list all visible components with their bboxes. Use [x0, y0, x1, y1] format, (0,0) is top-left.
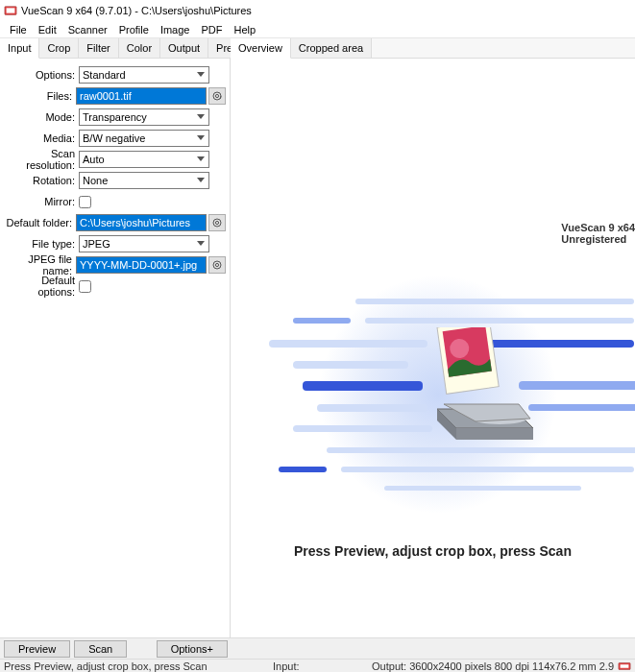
status-mid: Input:	[273, 660, 369, 672]
tab-filter[interactable]: Filter	[79, 38, 118, 58]
at-icon	[211, 90, 223, 102]
row-defaultfolder: Default folder:	[4, 212, 226, 233]
tab-output[interactable]: Output	[160, 38, 208, 58]
scanres-select[interactable]: Auto	[79, 151, 209, 168]
stripe	[384, 486, 581, 491]
status-right: Output: 3600x2400 pixels 800 dpi 114x76.…	[369, 660, 614, 672]
status-right-text: Output: 3600x2400 pixels 800 dpi 114x76.…	[372, 660, 614, 672]
at-icon	[211, 259, 223, 271]
label-mirror: Mirror:	[4, 196, 79, 207]
row-mirror: Mirror:	[4, 191, 226, 212]
scan-button[interactable]: Scan	[74, 640, 127, 658]
watermark: VueScan 9 x64 Unregistered	[561, 222, 635, 245]
svg-point-7	[215, 263, 218, 266]
rotation-select[interactable]: None	[79, 172, 209, 189]
label-filetype: File type:	[4, 238, 79, 250]
row-files: Files:	[4, 85, 226, 107]
defaultfolder-input[interactable]	[76, 214, 207, 231]
right-tabs: Overview Cropped area	[231, 38, 635, 59]
label-mode: Mode:	[4, 111, 79, 123]
defaultfolder-gear-button[interactable]	[208, 214, 226, 231]
stripe	[303, 381, 423, 391]
mirror-checkbox[interactable]	[79, 196, 91, 208]
row-scanres: Scan resolution: Auto	[4, 149, 226, 170]
stripe	[293, 361, 408, 369]
svg-rect-13	[621, 664, 629, 668]
stripe	[355, 299, 634, 304]
svg-point-5	[215, 221, 218, 224]
tab-input[interactable]: Input	[0, 38, 39, 59]
stripe	[269, 340, 427, 348]
overview-area: VueScan 9 x64 Unregistered	[231, 59, 635, 635]
label-scanres: Scan resolution:	[4, 148, 79, 171]
options-select[interactable]: Standard	[79, 66, 209, 84]
scanner-status-icon	[618, 660, 631, 672]
row-filetype: File type: JPEG	[4, 233, 226, 254]
content: Input Crop Filter Color Output Prefs Opt…	[0, 38, 635, 637]
stripe	[279, 467, 327, 472]
filetype-select[interactable]: JPEG	[79, 235, 209, 252]
tab-overview[interactable]: Overview	[231, 38, 291, 59]
form-area: Options: Standard Files: Mode: Transpare…	[0, 59, 230, 302]
label-jpegname: JPEG file name:	[4, 253, 76, 276]
menu-scanner[interactable]: Scanner	[62, 22, 113, 37]
menu-help[interactable]: Help	[228, 22, 261, 37]
stripe	[341, 467, 634, 472]
bottom-bar: Preview Scan Options+	[0, 637, 635, 659]
menu-profile[interactable]: Profile	[113, 22, 155, 37]
svg-rect-1	[7, 8, 15, 12]
menu-pdf[interactable]: PDF	[195, 22, 228, 37]
row-rotation: Rotation: None	[4, 170, 226, 191]
watermark-line2: Unregistered	[561, 233, 635, 245]
at-icon	[211, 217, 223, 228]
tab-cropped-area[interactable]: Cropped area	[291, 38, 372, 58]
files-gear-button[interactable]	[208, 87, 226, 105]
status-left: Press Preview, adjust crop box, press Sc…	[4, 660, 273, 672]
svg-point-6	[213, 261, 221, 269]
left-tabs: Input Crop Filter Color Output Prefs	[0, 38, 230, 59]
defaultoptions-checkbox[interactable]	[79, 280, 91, 293]
app-icon	[4, 4, 17, 17]
stripe	[317, 404, 427, 412]
jpegname-gear-button[interactable]	[208, 256, 226, 274]
statusbar: Press Preview, adjust crop box, press Sc…	[0, 659, 635, 672]
label-defaultfolder: Default folder:	[4, 217, 76, 228]
left-panel: Input Crop Filter Color Output Prefs Opt…	[0, 38, 231, 637]
title-text: VueScan 9 x64 (9.7.01) - C:\Users\joshu\…	[21, 5, 252, 16]
right-panel: Overview Cropped area VueScan 9 x64 Unre…	[231, 38, 635, 637]
svg-point-4	[213, 219, 221, 227]
stripe	[365, 318, 634, 324]
instruction-text: Press Preview, adjust crop box, press Sc…	[231, 543, 635, 559]
tab-color[interactable]: Color	[119, 38, 160, 58]
files-input[interactable]	[76, 87, 207, 105]
label-defaultoptions: Default options:	[4, 275, 79, 298]
row-media: Media: B/W negative	[4, 128, 226, 149]
row-options: Options: Standard	[4, 64, 226, 85]
stripe	[293, 318, 351, 324]
menu-file[interactable]: File	[4, 22, 33, 37]
menubar: File Edit Scanner Profile Image PDF Help	[0, 21, 635, 38]
mode-select[interactable]: Transparency	[79, 108, 209, 126]
watermark-line1: VueScan 9 x64	[561, 222, 635, 233]
label-rotation: Rotation:	[4, 175, 79, 186]
row-defaultoptions: Default options:	[4, 276, 226, 297]
scanner-icon	[427, 327, 543, 452]
titlebar: VueScan 9 x64 (9.7.01) - C:\Users\joshu\…	[0, 0, 635, 21]
menu-edit[interactable]: Edit	[33, 22, 62, 37]
menu-image[interactable]: Image	[155, 22, 196, 37]
stripe	[528, 404, 635, 411]
row-jpegname: JPEG file name:	[4, 254, 226, 276]
preview-button[interactable]: Preview	[4, 640, 70, 658]
options-button[interactable]: Options+	[157, 640, 228, 658]
tab-crop[interactable]: Crop	[39, 38, 79, 58]
media-select[interactable]: B/W negative	[79, 130, 209, 147]
label-files: Files:	[4, 90, 76, 102]
label-media: Media:	[4, 132, 79, 144]
row-mode: Mode: Transparency	[4, 107, 226, 128]
scanner-illustration	[240, 279, 635, 510]
jpegname-input[interactable]	[76, 256, 207, 274]
stripe	[293, 425, 432, 432]
svg-point-3	[215, 94, 218, 97]
label-options: Options:	[4, 69, 79, 81]
